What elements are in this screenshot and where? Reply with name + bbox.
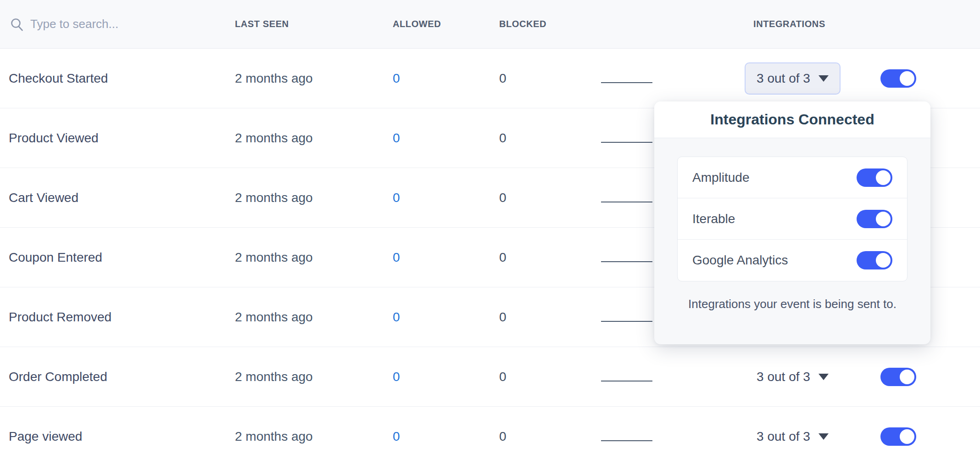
popover-title: Integrations Connected bbox=[654, 101, 930, 138]
table-row: Order Completed 2 months ago 0 0 3 out o… bbox=[0, 347, 980, 407]
integration-toggle[interactable] bbox=[857, 168, 892, 187]
toggle-knob bbox=[900, 429, 914, 444]
allowed-count-link[interactable]: 0 bbox=[393, 407, 400, 460]
last-seen-value: 2 months ago bbox=[235, 228, 313, 287]
blocked-count: 0 bbox=[499, 347, 507, 406]
integrations-dropdown[interactable]: 3 out of 3 bbox=[745, 361, 841, 393]
event-enabled-toggle[interactable] bbox=[880, 368, 916, 386]
integrations-popover: Integrations Connected Amplitude Iterabl… bbox=[654, 101, 930, 344]
allowed-count-link[interactable]: 0 bbox=[393, 347, 400, 406]
integrations-dropdown-label: 3 out of 3 bbox=[757, 429, 810, 444]
last-seen-value: 2 months ago bbox=[235, 108, 313, 168]
allowed-count-link[interactable]: 0 bbox=[393, 168, 400, 227]
sparkline-flat bbox=[601, 261, 652, 262]
event-enabled-toggle[interactable] bbox=[880, 69, 916, 88]
event-sparkline bbox=[601, 321, 652, 322]
last-seen-value: 2 months ago bbox=[235, 347, 313, 406]
event-sparkline bbox=[601, 440, 652, 441]
integration-list: Amplitude Iterable Google Analytics bbox=[677, 157, 908, 281]
toggle-knob bbox=[876, 253, 891, 268]
allowed-count-link[interactable]: 0 bbox=[393, 228, 400, 287]
event-sparkline bbox=[601, 381, 652, 381]
sparkline-flat bbox=[601, 381, 652, 381]
toggle-knob bbox=[876, 170, 891, 185]
table-row: Page viewed 2 months ago 0 0 3 out of 3 bbox=[0, 407, 980, 460]
last-seen-value: 2 months ago bbox=[235, 287, 313, 347]
event-name: Checkout Started bbox=[9, 49, 108, 108]
event-name: Product Removed bbox=[9, 287, 111, 347]
search-icon bbox=[10, 17, 24, 31]
allowed-count-link[interactable]: 0 bbox=[393, 49, 400, 108]
chevron-down-icon bbox=[819, 374, 829, 380]
toggle-knob bbox=[876, 212, 891, 226]
allowed-count-link[interactable]: 0 bbox=[393, 108, 400, 168]
event-name: Product Viewed bbox=[9, 108, 99, 168]
event-name: Coupon Entered bbox=[9, 228, 102, 287]
table-row: Checkout Started 2 months ago 0 0 3 out … bbox=[0, 49, 980, 108]
search-input[interactable] bbox=[30, 17, 195, 31]
integration-row-google-analytics: Google Analytics bbox=[678, 240, 907, 281]
integrations-dropdown[interactable]: 3 out of 3 bbox=[745, 62, 841, 95]
column-header-allowed: ALLOWED bbox=[393, 0, 441, 48]
blocked-count: 0 bbox=[499, 287, 507, 347]
toggle-knob bbox=[900, 370, 914, 384]
column-header-last-seen: LAST SEEN bbox=[235, 0, 289, 48]
sparkline-flat bbox=[601, 202, 652, 202]
column-header-integrations: INTEGRATIONS bbox=[753, 0, 825, 48]
sparkline-flat bbox=[601, 321, 652, 322]
integration-toggle[interactable] bbox=[857, 251, 892, 269]
integrations-dropdown-label: 3 out of 3 bbox=[757, 370, 810, 384]
blocked-count: 0 bbox=[499, 108, 507, 168]
event-sparkline bbox=[601, 261, 652, 262]
popover-description: Integrations your event is being sent to… bbox=[677, 297, 908, 311]
chevron-down-icon bbox=[819, 433, 829, 440]
event-sparkline bbox=[601, 202, 652, 202]
chevron-down-icon bbox=[819, 75, 829, 82]
sparkline-flat bbox=[601, 82, 652, 83]
table-header: LAST SEEN ALLOWED BLOCKED INTEGRATIONS bbox=[0, 0, 980, 49]
search-field[interactable] bbox=[10, 0, 195, 48]
sparkline-flat bbox=[601, 142, 652, 143]
blocked-count: 0 bbox=[499, 49, 507, 108]
integration-label: Iterable bbox=[692, 212, 735, 226]
last-seen-value: 2 months ago bbox=[235, 168, 313, 227]
integrations-dropdown[interactable]: 3 out of 3 bbox=[745, 421, 841, 453]
event-sparkline bbox=[601, 142, 652, 143]
last-seen-value: 2 months ago bbox=[235, 49, 313, 108]
event-name: Cart Viewed bbox=[9, 168, 78, 227]
blocked-count: 0 bbox=[499, 407, 507, 460]
integration-label: Amplitude bbox=[692, 170, 750, 185]
column-header-blocked: BLOCKED bbox=[499, 0, 546, 48]
sparkline-flat bbox=[601, 440, 652, 441]
integration-toggle[interactable] bbox=[857, 210, 892, 228]
integration-label: Google Analytics bbox=[692, 253, 788, 268]
popover-body: Amplitude Iterable Google Analytics Inte… bbox=[654, 138, 930, 311]
toggle-knob bbox=[900, 71, 914, 86]
event-name: Page viewed bbox=[9, 407, 82, 460]
last-seen-value: 2 months ago bbox=[235, 407, 313, 460]
blocked-count: 0 bbox=[499, 228, 507, 287]
integration-row-iterable: Iterable bbox=[678, 198, 907, 240]
event-enabled-toggle[interactable] bbox=[880, 427, 916, 446]
integration-row-amplitude: Amplitude bbox=[678, 157, 907, 198]
allowed-count-link[interactable]: 0 bbox=[393, 287, 400, 347]
event-name: Order Completed bbox=[9, 347, 107, 406]
event-sparkline bbox=[601, 82, 652, 83]
blocked-count: 0 bbox=[499, 168, 507, 227]
integrations-dropdown-label: 3 out of 3 bbox=[757, 71, 810, 86]
